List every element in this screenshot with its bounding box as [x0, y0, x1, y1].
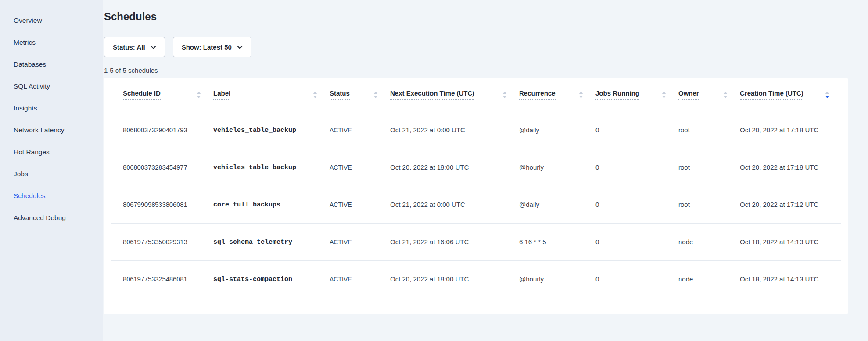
sidebar-item-label: Insights	[14, 104, 37, 112]
column-header-label: Creation Time (UTC)	[740, 89, 803, 100]
table-row: 806197753325486081 sql-stats-compaction …	[111, 260, 841, 298]
schedule-id-cell: 806197753325486081	[123, 275, 187, 283]
sort-arrows-icon	[821, 92, 829, 98]
sidebar-item[interactable]: Network Latency	[0, 119, 103, 141]
sidebar-item-label: Databases	[14, 60, 46, 68]
status-cell: ACTIVE	[330, 164, 352, 171]
sidebar-item-label: Overview	[14, 17, 42, 25]
jobs-running-cell: 0	[595, 275, 599, 283]
column-header[interactable]: Label	[213, 78, 329, 111]
next-execution-time-cell: Oct 20, 2022 at 18:00 UTC	[390, 163, 469, 171]
owner-cell: node	[678, 238, 693, 245]
show-filter-label: Show: Latest 50	[182, 43, 232, 51]
sort-arrows-icon	[657, 92, 666, 98]
sort-arrows-icon	[192, 92, 201, 98]
status-cell: ACTIVE	[330, 276, 352, 283]
sidebar-item-label: Metrics	[14, 39, 36, 46]
table-row: 806800373290401793 vehicles_table_backup…	[111, 111, 841, 149]
sidebar-item-label: Jobs	[14, 170, 28, 178]
sidebar-item[interactable]: Advanced Debug	[0, 207, 103, 229]
column-header[interactable]: Status	[329, 78, 390, 111]
next-execution-time-cell: Oct 21, 2022 at 16:06 UTC	[390, 238, 469, 245]
schedule-id-cell: 806799098533806081	[123, 201, 187, 208]
owner-cell: root	[678, 163, 690, 171]
column-header-label: Owner	[678, 89, 699, 100]
creation-time-cell: Oct 20, 2022 at 17:18 UTC	[740, 126, 818, 134]
creation-time-cell: Oct 18, 2022 at 14:13 UTC	[740, 275, 818, 283]
column-header[interactable]: Recurrence	[519, 78, 595, 111]
label-cell: sql-stats-compaction	[213, 276, 292, 283]
column-header-label: Status	[330, 89, 350, 100]
owner-cell: root	[678, 126, 690, 134]
jobs-running-cell: 0	[595, 126, 599, 134]
column-header-label: Label	[213, 89, 230, 100]
sidebar-item[interactable]: Jobs	[0, 163, 103, 185]
owner-cell: node	[678, 275, 693, 283]
table-header-row: Schedule ID Label Status Next Execution …	[111, 78, 841, 111]
sort-arrows-icon	[369, 92, 378, 98]
creation-time-cell: Oct 20, 2022 at 17:18 UTC	[740, 163, 818, 171]
next-execution-time-cell: Oct 20, 2022 at 18:00 UTC	[390, 275, 469, 283]
status-cell: ACTIVE	[330, 127, 352, 134]
owner-cell: root	[678, 201, 690, 208]
sidebar-item-label: Schedules	[14, 192, 45, 200]
column-header[interactable]: Creation Time (UTC)	[739, 78, 841, 111]
label-cell: vehicles_table_backup	[213, 127, 296, 134]
creation-time-cell: Oct 20, 2022 at 17:12 UTC	[740, 201, 818, 208]
sort-arrows-icon	[498, 92, 507, 98]
sidebar-item[interactable]: Overview	[0, 10, 103, 32]
sort-arrows-icon	[719, 92, 728, 98]
main-content: Schedules Status: All Show: Latest 50 1-…	[103, 0, 868, 341]
filter-bar: Status: All Show: Latest 50	[104, 37, 848, 57]
recurrence-cell: @hourly	[519, 163, 544, 171]
schedules-table: Schedule ID Label Status Next Execution …	[111, 78, 841, 298]
status-filter-dropdown[interactable]: Status: All	[104, 37, 165, 57]
recurrence-cell: @daily	[519, 201, 539, 208]
sidebar: Overview Metrics Databases SQL Activity …	[0, 0, 103, 341]
results-count: 1-5 of 5 schedules	[104, 67, 848, 74]
sidebar-item-label: SQL Activity	[14, 82, 50, 90]
column-header[interactable]: Owner	[678, 78, 739, 111]
table-row: 806799098533806081 core_full_backups ACT…	[111, 186, 841, 223]
column-header[interactable]: Next Execution Time (UTC)	[390, 78, 519, 111]
chevron-down-icon	[151, 46, 156, 49]
sidebar-item[interactable]: Insights	[0, 97, 103, 119]
recurrence-cell: @daily	[519, 126, 539, 134]
column-header-label: Recurrence	[519, 89, 556, 100]
sidebar-item[interactable]: Metrics	[0, 32, 103, 53]
recurrence-cell: 6 16 * * 5	[519, 238, 546, 245]
column-header-label: Jobs Running	[595, 89, 639, 100]
label-cell: sql-schema-telemetry	[213, 238, 292, 246]
status-cell: ACTIVE	[330, 238, 352, 245]
chevron-down-icon	[237, 46, 243, 49]
schedule-id-cell: 806800373283454977	[123, 163, 187, 171]
sidebar-item-label: Hot Ranges	[14, 148, 50, 156]
column-header[interactable]: Jobs Running	[595, 78, 678, 111]
column-header-label: Schedule ID	[123, 89, 161, 100]
schedule-id-cell: 806197753350029313	[123, 238, 187, 245]
creation-time-cell: Oct 18, 2022 at 14:13 UTC	[740, 238, 818, 245]
jobs-running-cell: 0	[595, 201, 599, 208]
sidebar-item[interactable]: Schedules	[0, 185, 103, 207]
sidebar-item[interactable]: Hot Ranges	[0, 141, 103, 163]
recurrence-cell: @hourly	[519, 275, 544, 283]
label-cell: core_full_backups	[213, 201, 280, 209]
next-execution-time-cell: Oct 21, 2022 at 0:00 UTC	[390, 126, 465, 134]
jobs-running-cell: 0	[595, 238, 599, 245]
jobs-running-cell: 0	[595, 163, 599, 171]
sidebar-item[interactable]: Databases	[0, 53, 103, 75]
status-filter-label: Status: All	[113, 43, 145, 51]
column-header[interactable]: Schedule ID	[111, 78, 213, 111]
schedule-id-cell: 806800373290401793	[123, 126, 187, 134]
page-title: Schedules	[104, 11, 848, 23]
sidebar-item[interactable]: SQL Activity	[0, 75, 103, 97]
table-row: 806800373283454977 vehicles_table_backup…	[111, 149, 841, 186]
column-header-label: Next Execution Time (UTC)	[390, 89, 474, 100]
sort-arrows-icon	[308, 92, 317, 98]
show-filter-dropdown[interactable]: Show: Latest 50	[173, 37, 251, 57]
sidebar-item-label: Network Latency	[14, 126, 64, 134]
status-cell: ACTIVE	[330, 201, 352, 208]
sort-arrows-icon	[574, 92, 583, 98]
label-cell: vehicles_table_backup	[213, 164, 296, 171]
sidebar-item-label: Advanced Debug	[14, 214, 66, 222]
